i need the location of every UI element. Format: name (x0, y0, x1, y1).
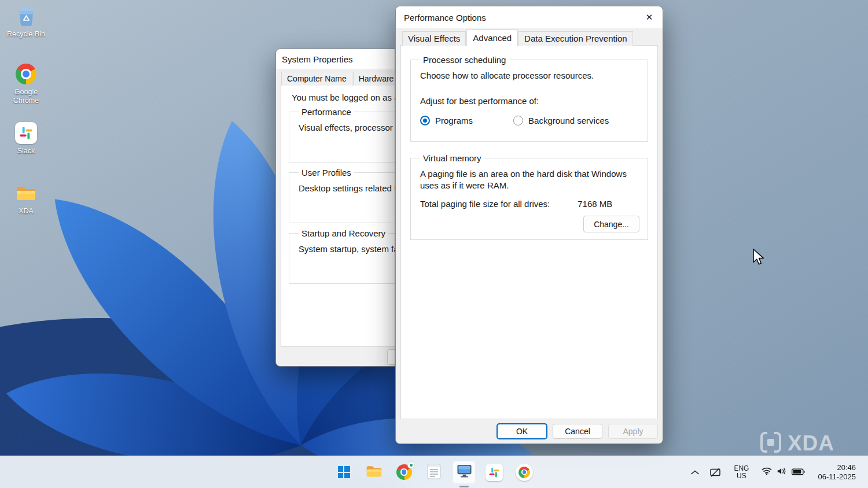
radio-label: Background services (528, 116, 609, 125)
system-properties-tabs: Computer Name Hardware Advanced (276, 69, 395, 86)
taskbar-apps (332, 461, 536, 484)
radio-selected-icon (420, 116, 430, 125)
mouse-cursor (752, 249, 765, 268)
system-monitor-icon (457, 464, 472, 480)
desktop-icon-label: Google Chrome (5, 88, 47, 105)
user-profiles-section: User Profiles Desktop settings related t… (289, 168, 395, 223)
section-desc: System startup, system failure, (299, 243, 395, 255)
chrome-profile-badge-icon (407, 461, 415, 469)
slack-icon (486, 464, 503, 481)
wifi-icon (762, 467, 772, 478)
speaker-icon (777, 467, 787, 478)
desktop-icon-xda-folder[interactable]: XDA (5, 182, 47, 216)
chrome-icon (16, 62, 36, 86)
group-title: Processor scheduling (420, 55, 509, 65)
xda-logo-icon (760, 431, 782, 456)
total-paging-value: 7168 MB (578, 199, 612, 209)
adjust-label: Adjust for best performance of: (420, 95, 641, 107)
running-app-indicator (459, 486, 469, 487)
windows-logo-icon (338, 466, 350, 478)
desktop-icon-recycle-bin[interactable]: Recycle Bin (5, 5, 47, 39)
touchpad-disabled-icon[interactable] (704, 464, 726, 480)
language-line2: US (737, 472, 746, 480)
group-title: Virtual memory (420, 153, 484, 163)
system-tray-button[interactable] (756, 463, 810, 482)
desktop-icon-google-chrome[interactable]: Google Chrome (5, 62, 47, 105)
battery-icon (792, 467, 805, 478)
performance-options-dialog[interactable]: Performance Options ✕ Visual Effects Adv… (395, 6, 663, 444)
virtual-memory-desc: A paging file is an area on the hard dis… (420, 168, 641, 191)
system-properties-titlebar[interactable]: System Properties (276, 49, 395, 69)
system-properties-button[interactable] (453, 461, 476, 484)
section-title: Startup and Recovery (299, 228, 388, 238)
system-properties-tabpage: You must be logged on as an Ad Performan… (281, 85, 395, 347)
notepad-button[interactable] (422, 461, 446, 484)
desktop-icon-label: XDA (19, 207, 34, 216)
close-icon[interactable]: ✕ (636, 6, 663, 28)
tab-visual-effects[interactable]: Visual Effects (402, 31, 466, 46)
advanced-tabpage: Processor scheduling Choose how to alloc… (400, 45, 658, 419)
watermark-text: XDA (788, 431, 834, 456)
file-explorer-button[interactable] (362, 461, 385, 484)
browser-icon (516, 464, 533, 481)
admin-note: You must be logged on as an Ad (292, 93, 395, 102)
system-properties-content: System Properties Computer Name Hardware… (276, 49, 395, 367)
desktop-icon-label: Recycle Bin (7, 30, 45, 39)
desktop-icon-slack[interactable]: Slack (5, 121, 47, 156)
ok-button[interactable]: OK (497, 424, 547, 439)
notepad-icon (427, 463, 441, 482)
performance-radio-group: Programs Background services (420, 116, 641, 125)
slack-button[interactable] (483, 461, 506, 484)
change-button[interactable]: Change... (583, 216, 639, 232)
system-properties-dialog[interactable]: System Properties Computer Name Hardware… (275, 49, 395, 367)
section-desc: Visual effects, processor sched (299, 122, 395, 134)
language-indicator[interactable]: ENG US (729, 461, 754, 483)
virtual-memory-group: Virtual memory A paging file is an area … (410, 153, 648, 240)
partial-button[interactable] (387, 349, 395, 365)
slack-icon (15, 121, 37, 145)
performance-section: Performance Visual effects, processor sc… (289, 107, 395, 162)
browser-button[interactable] (513, 461, 536, 484)
startup-recovery-section: Startup and Recovery System startup, sys… (289, 228, 395, 284)
language-line1: ENG (734, 465, 749, 472)
radio-label: Programs (435, 116, 473, 125)
file-explorer-icon (366, 464, 382, 480)
section-title: Performance (299, 107, 354, 117)
cancel-button[interactable]: Cancel (553, 424, 602, 439)
performance-options-tabs: Visual Effects Advanced Data Execution P… (396, 28, 663, 46)
dialog-title: System Properties (282, 54, 353, 64)
start-button[interactable] (332, 461, 355, 484)
xda-watermark: XDA (760, 431, 834, 456)
recycle-bin-icon (17, 5, 36, 28)
taskbar-tray: ENG US (686, 456, 865, 488)
tab-advanced[interactable]: Advanced (466, 29, 518, 46)
radio-programs[interactable]: Programs (420, 116, 473, 125)
section-title: User Profiles (299, 168, 354, 178)
tab-data-execution-prevention[interactable]: Data Execution Prevention (518, 31, 633, 46)
desktop-icon-label: Slack (17, 147, 35, 156)
dialog-title: Performance Options (404, 13, 486, 23)
section-desc: Desktop settings related to you (299, 183, 395, 194)
desktop-screen: Recycle Bin Google Chrome Slack (0, 0, 868, 488)
radio-unselected-icon (513, 116, 523, 125)
processor-scheduling-group: Processor scheduling Choose how to alloc… (410, 55, 648, 142)
apply-button[interactable]: Apply (608, 424, 658, 439)
processor-scheduling-desc: Choose how to allocate processor resourc… (420, 70, 641, 82)
dialog-footer: OK Cancel Apply (396, 419, 663, 443)
taskbar-clock[interactable]: 20:46 06-11-2025 (812, 460, 861, 485)
radio-background-services[interactable]: Background services (513, 116, 609, 125)
clock-date: 06-11-2025 (818, 472, 856, 482)
tab-computer-name[interactable]: Computer Name (281, 72, 352, 86)
tray-chevron-up-icon[interactable] (686, 467, 704, 478)
total-paging-label: Total paging file size for all drives: (420, 199, 550, 209)
taskbar: ENG US (0, 456, 868, 488)
folder-icon (16, 182, 36, 205)
performance-options-titlebar[interactable]: Performance Options ✕ (396, 6, 663, 28)
tab-hardware[interactable]: Hardware (353, 72, 395, 86)
total-paging-row: Total paging file size for all drives: 7… (420, 199, 641, 209)
chrome-button[interactable] (392, 461, 415, 484)
clock-time: 20:46 (837, 463, 856, 472)
